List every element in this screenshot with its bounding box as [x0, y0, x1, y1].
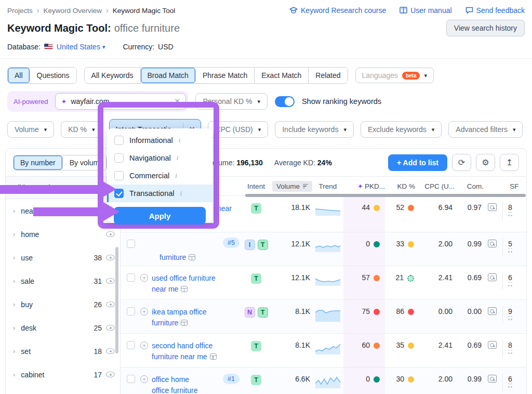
- tab-phrase-match[interactable]: Phrase Match: [196, 68, 255, 83]
- eye-icon[interactable]: [106, 278, 115, 284]
- view-serp-icon[interactable]: [488, 341, 497, 349]
- clear-search-icon[interactable]: ✕: [174, 97, 181, 106]
- column-cpc[interactable]: CPC (U...: [424, 182, 455, 190]
- view-serp-icon[interactable]: [488, 203, 497, 211]
- column-kd[interactable]: KD %: [397, 182, 415, 190]
- sf-count[interactable]: 8: [508, 341, 512, 350]
- eye-icon[interactable]: [106, 372, 115, 377]
- view-serp-icon[interactable]: [488, 307, 497, 315]
- row-checkbox[interactable]: [127, 375, 135, 383]
- sidebar-item-set[interactable]: › set 18: [6, 339, 120, 363]
- view-search-history-button[interactable]: View search history: [446, 20, 525, 36]
- column-trend[interactable]: Trend: [312, 182, 343, 190]
- column-volume[interactable]: Volume: [272, 181, 312, 192]
- kd-filter[interactable]: KD % ▾: [61, 121, 102, 138]
- user-manual-link[interactable]: User manual: [400, 6, 451, 15]
- tab-exact-match[interactable]: Exact Match: [255, 68, 309, 83]
- sidebar-scrollbar[interactable]: [115, 247, 118, 353]
- sf-count[interactable]: 8: [508, 203, 512, 213]
- volume-filter[interactable]: Volume ▾: [7, 121, 54, 138]
- add-keyword-icon[interactable]: [140, 375, 148, 383]
- apply-button[interactable]: Apply: [114, 207, 206, 225]
- row-checkbox[interactable]: [127, 307, 135, 316]
- grid-icon: [210, 353, 217, 360]
- cpc-filter[interactable]: CPC (USD) ▾: [208, 121, 268, 138]
- sf-count[interactable]: 6: [508, 375, 512, 384]
- add-keyword-icon[interactable]: [140, 308, 148, 316]
- keyword-link[interactable]: used office furniture near me: [140, 273, 223, 295]
- checkbox[interactable]: [114, 136, 124, 145]
- sidebar-item-desk[interactable]: › desk 25: [6, 316, 120, 339]
- tab-all[interactable]: All: [8, 68, 30, 83]
- export-button[interactable]: ↥: [500, 154, 519, 171]
- tab-related[interactable]: Related: [309, 68, 347, 83]
- sidebar-item-cabinet[interactable]: › cabinet 17: [6, 363, 120, 386]
- show-ranking-keywords-toggle[interactable]: [275, 96, 295, 107]
- refresh-button[interactable]: ⟳: [452, 154, 471, 171]
- keyword-link[interactable]: ikea tampa office furniture: [140, 307, 218, 329]
- sidebar-item-use[interactable]: › use 38: [6, 246, 120, 269]
- keyword-link[interactable]: furniture: [159, 252, 195, 263]
- search-input-value[interactable]: wayfair.com: [71, 97, 170, 106]
- eye-icon[interactable]: [106, 255, 115, 260]
- eye-icon[interactable]: [106, 348, 115, 354]
- intent-option-navigational[interactable]: Navigational i: [107, 149, 212, 167]
- add-keyword-icon[interactable]: [140, 342, 148, 349]
- intent-option-informational[interactable]: Informational i: [107, 132, 212, 149]
- horizontal-scrollbar[interactable]: [245, 194, 526, 197]
- intent-option-transactional[interactable]: Transactional i: [107, 185, 212, 202]
- checkbox[interactable]: [114, 153, 124, 163]
- eye-icon[interactable]: [106, 231, 115, 237]
- search-input[interactable]: ✦ wayfair.com ✕: [55, 93, 186, 110]
- tab-questions[interactable]: Questions: [30, 68, 76, 83]
- advanced-filters[interactable]: Advanced filters ▾: [448, 121, 523, 138]
- keyword-link[interactable]: second hand office furniture near me: [140, 340, 230, 362]
- add-keyword-icon[interactable]: [140, 274, 148, 282]
- column-com[interactable]: Com.: [467, 182, 484, 190]
- sf-count[interactable]: 9: [508, 307, 512, 317]
- column-sf[interactable]: SF: [510, 182, 518, 190]
- settings-button[interactable]: ⚙: [476, 154, 495, 171]
- intent-badge-transactional: T: [251, 203, 261, 214]
- view-serp-icon[interactable]: [488, 375, 497, 383]
- send-feedback-link[interactable]: Send feedback: [466, 6, 525, 15]
- sidebar-item-buy[interactable]: › buy 26: [6, 293, 120, 316]
- chevron-right-icon: ›: [13, 207, 15, 215]
- checkbox[interactable]: [114, 171, 124, 180]
- sidebar-item-chairs[interactable]: › chairs 16: [6, 386, 120, 394]
- breadcrumb-keyword-overview[interactable]: Keyword Overview: [43, 7, 102, 15]
- sidebar-item-near[interactable]: › near: [6, 199, 120, 222]
- option-label: Informational: [129, 136, 173, 145]
- include-keywords-filter[interactable]: Include keywords ▾: [275, 121, 354, 138]
- languages-dropdown[interactable]: Languages beta ▾: [355, 68, 434, 83]
- tab-broad-match[interactable]: Broad Match: [141, 68, 196, 83]
- keyword-research-course-link[interactable]: Keyword Research course: [289, 6, 386, 15]
- row-checkbox[interactable]: [127, 240, 135, 248]
- add-to-list-button[interactable]: + Add to list: [388, 154, 447, 171]
- sidebar-item-home[interactable]: › home: [6, 222, 120, 246]
- by-number-toggle[interactable]: By number: [14, 155, 63, 170]
- eye-icon[interactable]: [106, 301, 115, 307]
- row-checkbox[interactable]: [127, 273, 135, 282]
- intent-option-commercial[interactable]: Commercial i: [107, 167, 212, 185]
- row-checkbox[interactable]: [127, 341, 135, 349]
- all-keywords-count: 598: [96, 183, 108, 192]
- sidebar-item-sale[interactable]: › sale 31: [6, 269, 120, 293]
- eye-icon[interactable]: [106, 325, 115, 331]
- view-serp-icon[interactable]: [488, 273, 497, 281]
- column-pkd[interactable]: ✦PKD...: [357, 182, 385, 190]
- sidebar-all-keywords[interactable]: All keywords 598: [6, 177, 120, 199]
- keyword-link[interactable]: office home office furniture: [140, 374, 197, 394]
- sf-count[interactable]: 5: [508, 240, 512, 249]
- breadcrumb-projects[interactable]: Projects: [7, 7, 33, 15]
- database-selector[interactable]: Database: United States ▾: [7, 43, 105, 51]
- by-volume-toggle[interactable]: By volum: [63, 155, 107, 170]
- exclude-keywords-filter[interactable]: Exclude keywords ▾: [361, 121, 442, 138]
- checkbox-checked[interactable]: [114, 189, 124, 198]
- tab-all-keywords[interactable]: All Keywords: [85, 68, 141, 83]
- column-intent[interactable]: Intent: [242, 182, 271, 190]
- personal-kd-dropdown[interactable]: Personal KD % ▾: [195, 93, 267, 110]
- keyword-link[interactable]: near: [217, 203, 232, 214]
- sf-count[interactable]: 6: [508, 273, 512, 283]
- view-serp-icon[interactable]: [488, 240, 497, 247]
